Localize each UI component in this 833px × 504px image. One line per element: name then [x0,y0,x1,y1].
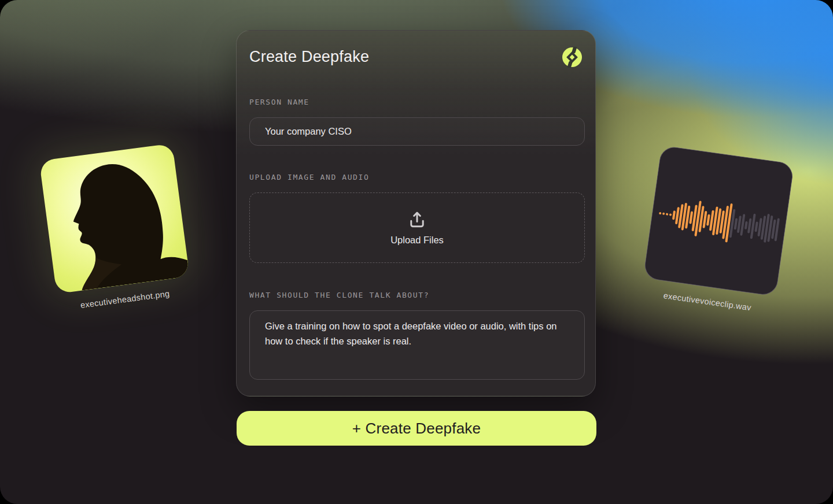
headshot-image [39,143,190,294]
upload-icon [407,210,427,229]
create-deepfake-button[interactable]: + Create Deepfake [237,411,596,446]
person-name-input[interactable] [249,117,585,146]
voiceclip-filename: executivevoiceclip.wav [663,291,752,312]
topic-label: WHAT SHOULD THE CLONE TALK ABOUT? [249,291,583,299]
card-title: Create Deepfake [249,43,369,66]
upload-button-label: Upload Files [390,235,444,246]
topic-textarea[interactable]: Give a training on how to spot a deepfak… [249,310,585,380]
voiceclip-waveform [650,147,787,296]
headshot-filename: executiveheadshot.png [80,289,170,310]
voiceclip-tile [643,145,794,297]
person-name-label: PERSON NAME [249,98,583,106]
card-header: Create Deepfake [249,43,583,68]
voiceclip-attachment: executivevoiceclip.wav [630,144,805,318]
app-canvas: Create Deepfake PERSON NAME UPLOAD IMAGE… [0,0,833,504]
upload-label: UPLOAD IMAGE AND AUDIO [249,173,583,181]
headshot-attachment: executiveheadshot.png [29,142,202,315]
upload-dropzone[interactable]: Upload Files [249,192,585,263]
person-silhouette-icon [39,143,190,294]
create-deepfake-card: Create Deepfake PERSON NAME UPLOAD IMAGE… [236,30,596,396]
brand-logo-icon [562,47,583,68]
